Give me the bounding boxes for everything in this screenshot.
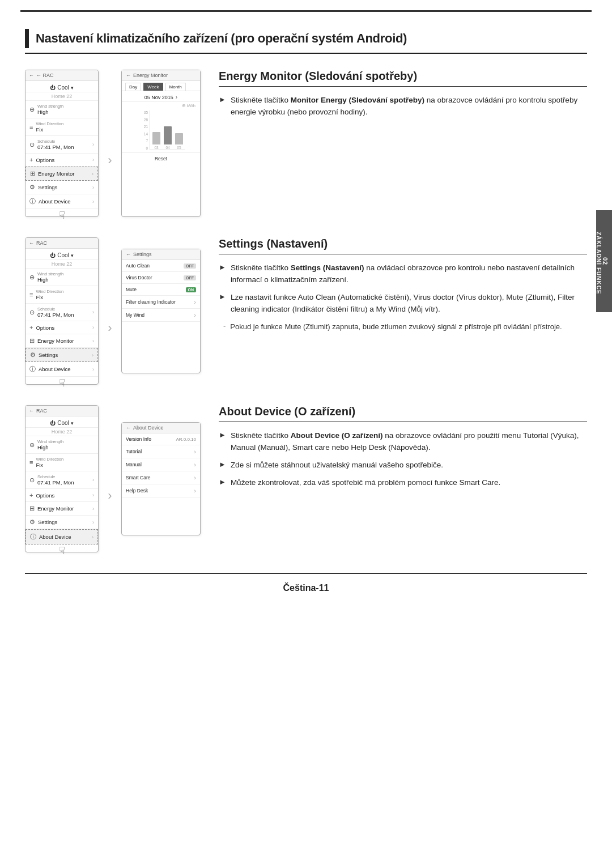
menu-energy-about[interactable]: ⊞ Energy Monitor › (26, 502, 98, 516)
menu-wind-about[interactable]: ⊕ Wind strength High (26, 436, 98, 454)
wind-icon: ⊕ (29, 274, 35, 281)
date-label: 05 Nov 2015 (144, 95, 173, 100)
bar-03-fill (152, 132, 160, 144)
phone1-settings-mode: ⏻ Cool ▾ (26, 249, 98, 260)
phone1-settings: ← RAC ⏻ Cool ▾ Home 22 ⊕ Wind strength (25, 237, 99, 385)
settings-icon: ⚙ (30, 351, 36, 359)
reset-button[interactable]: Reset (122, 152, 200, 164)
dropdown-arrow-icon: ▾ (71, 253, 74, 258)
menu-wind-settings[interactable]: ⊕ Wind strength High (26, 269, 98, 286)
menu-schedule-settings[interactable]: ⊙ Schedule 07:41 PM, Mon › (26, 304, 98, 321)
settings-auto-clean[interactable]: Auto Clean OFF (122, 260, 200, 272)
phone1-about-wrapper: ← RAC ⏻ Cool ▾ Home 22 ⊕ Wind strength (25, 405, 99, 552)
bullet-arrow-icon: ► (219, 292, 226, 301)
menu-settings-about[interactable]: ⚙ Settings › (26, 516, 98, 529)
info-icon: ⓘ (30, 533, 36, 541)
chevron-right-icon: › (92, 142, 94, 147)
tab-week[interactable]: Week (143, 83, 163, 91)
schedule-icon: ⊙ (29, 476, 35, 484)
menu-about-energy1[interactable]: ⓘ About Device › (26, 194, 98, 209)
about-screen-header: ← About Device (122, 423, 200, 433)
menu-wind-dir-about[interactable]: ≡ Wind Direction Fix (26, 454, 98, 471)
about-manual[interactable]: Manual › (122, 458, 200, 471)
bullet-about-2: ► Zde si můžete stáhnout uživatelský man… (219, 459, 587, 471)
menu-about-settings[interactable]: ⓘ About Device › (26, 362, 98, 377)
power-icon: ⏻ (50, 85, 55, 91)
wind-icon: ⊕ (29, 441, 35, 449)
energy-screen-header: ← Energy Monitor (122, 70, 200, 81)
phone1-about-temp: Home 22 (26, 428, 98, 436)
bullet-settings-text-1: Stiskněte tlačítko Settings (Nastavení) … (231, 262, 587, 286)
settings-virus-doctor[interactable]: Virus Doctor OFF (122, 272, 200, 284)
phone1-energy-header: ← ← RAC (26, 70, 98, 81)
schedule-icon: ⊙ (29, 141, 35, 148)
auto-clean-toggle[interactable]: OFF (184, 263, 196, 269)
description-energy: Energy Monitor (Sledování spotřeby) ► St… (201, 70, 587, 124)
bullet-arrow-icon: ► (219, 95, 226, 104)
bullet-arrow-icon: ► (219, 460, 226, 469)
bar-03-label: 03 (154, 146, 158, 150)
y-label-14: 14 (140, 132, 148, 136)
section-arrow-energy: › (99, 119, 121, 168)
menu-schedule-energy1[interactable]: ⊙ Schedule 07:41 PM, Mon › (26, 136, 98, 154)
energy-chart: 35 28 21 14 7 0 03 (122, 108, 200, 152)
y-label-35: 35 (140, 110, 148, 114)
virus-doctor-toggle[interactable]: OFF (184, 275, 196, 280)
section-heading-settings: Settings (Nastavení) (219, 237, 587, 254)
bullet-arrow-icon: ► (219, 431, 226, 439)
smart-care-label: Smart Care (126, 475, 150, 480)
section-heading-about: About Device (O zařízení) (219, 405, 587, 422)
mute-toggle[interactable]: ON (186, 287, 197, 292)
energy-date-row: 05 Nov 2015 › (122, 91, 200, 102)
about-smart-care[interactable]: Smart Care › (122, 471, 200, 484)
mode-label: Cool (57, 84, 69, 91)
manual-label: Manual (126, 462, 142, 467)
chevron-right-icon: › (92, 325, 94, 330)
menu-energy-monitor-energy1[interactable]: ⊞ Energy Monitor › (26, 167, 98, 181)
manual-arrow: › (194, 461, 196, 468)
chevron-right-icon: › (92, 492, 94, 498)
about-tutorial[interactable]: Tutorial › (122, 445, 200, 458)
menu-options-about[interactable]: + Options › (26, 489, 98, 502)
date-forward-icon[interactable]: › (176, 94, 177, 100)
page-title: Nastavení klimatizačního zařízení (pro o… (36, 31, 407, 46)
menu-options-settings[interactable]: + Options › (26, 321, 98, 334)
phone1-settings-wrapper: ← RAC ⏻ Cool ▾ Home 22 ⊕ Wind strength (25, 237, 99, 385)
about-version-info[interactable]: Version Info AR.0.0.10 (122, 433, 200, 445)
phone1-mode-row: ⏻ Cool ▾ (26, 81, 98, 92)
plus-icon: + (29, 156, 33, 163)
plus-icon: + (29, 324, 33, 331)
y-label-7: 7 (140, 139, 148, 143)
menu-about-about[interactable]: ⓘ About Device › (26, 529, 98, 544)
menu-options-energy1[interactable]: + Options › (26, 154, 98, 167)
chevron-right-icon: › (92, 534, 94, 540)
settings-icon: ⚙ (29, 518, 35, 526)
settings-my-wind[interactable]: My Wind › (122, 309, 200, 322)
phone1-settings-temp: Home 22 (26, 260, 98, 269)
tab-month[interactable]: Month (165, 83, 186, 91)
chevron-right-icon: › (92, 367, 94, 372)
menu-wind-dir-energy1[interactable]: ≡ Wind Direction Fix (26, 118, 98, 136)
chevron-right-icon: › (92, 309, 94, 315)
dropdown-arrow-icon: ▾ (71, 85, 74, 91)
energy-monitor-icon: ⊞ (30, 170, 35, 177)
bullet-about-text-3: Můžete zkontrolovat, zda váš spotřebič m… (231, 477, 500, 489)
menu-schedule-about[interactable]: ⊙ Schedule 07:41 PM, Mon › (26, 471, 98, 489)
phone1-energy-wrapper: ← ← RAC ⏻ Cool ▾ Home 22 ⊕ Wind strength (25, 70, 99, 217)
chevron-right-icon: › (92, 199, 94, 205)
menu-wind-dir-settings[interactable]: ≡ Wind Direction Fix (26, 286, 98, 304)
menu-wind-strength-energy1[interactable]: ⊕ Wind strength High (26, 101, 98, 118)
menu-energy-settings[interactable]: ⊞ Energy Monitor › (26, 334, 98, 348)
back-arrow-icon: ← (126, 425, 131, 431)
menu-settings-energy1[interactable]: ⚙ Settings › (26, 181, 98, 194)
settings-mute[interactable]: Mute ON (122, 284, 200, 296)
phone2-settings: ← Settings Auto Clean OFF Virus Doctor O… (121, 249, 201, 373)
tab-day[interactable]: Day (125, 83, 141, 91)
bullet-arrow-icon: ► (219, 263, 226, 271)
chevron-right-icon: › (92, 157, 94, 163)
settings-filter-indicator[interactable]: Filter cleaning Indicator › (122, 296, 200, 309)
chevron-right-icon: › (92, 338, 94, 344)
bullet-settings-1: ► Stiskněte tlačítko Settings (Nastavení… (219, 262, 587, 286)
about-help-desk[interactable]: Help Desk › (122, 484, 200, 497)
menu-settings-settings[interactable]: ⚙ Settings › (26, 348, 98, 362)
